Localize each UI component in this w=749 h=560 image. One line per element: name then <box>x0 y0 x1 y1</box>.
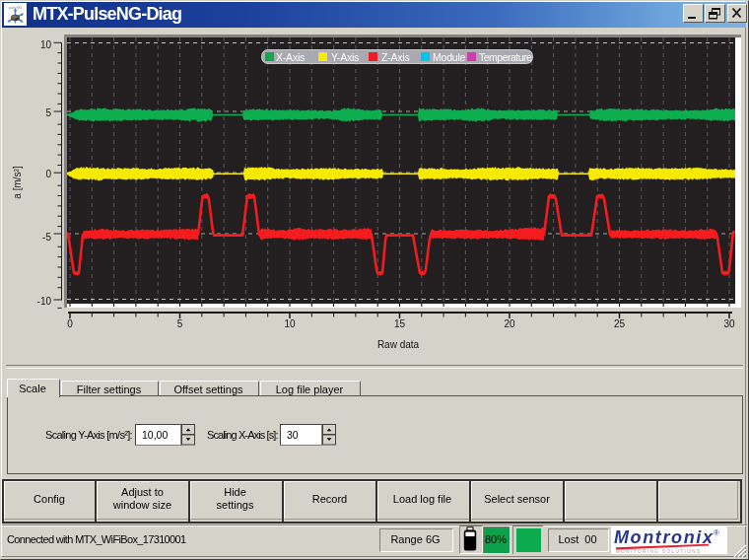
svg-text:0: 0 <box>67 318 73 329</box>
svg-text:30: 30 <box>723 318 735 329</box>
svg-text:®: ® <box>714 528 719 537</box>
svg-text:15: 15 <box>394 318 406 329</box>
svg-text:a [m/s²]: a [m/s²] <box>12 166 23 199</box>
svg-text:MONITORING SOLUTIONS: MONITORING SOLUTIONS <box>616 549 702 554</box>
svg-text:Montronix: Montronix <box>614 527 714 547</box>
svg-text:0: 0 <box>45 169 51 179</box>
svg-text:-5: -5 <box>42 232 51 243</box>
svg-text:20: 20 <box>504 318 515 329</box>
svg-text:5: 5 <box>45 107 51 118</box>
svg-text:25: 25 <box>614 318 626 329</box>
svg-text:5: 5 <box>177 318 183 329</box>
svg-text:Raw data: Raw data <box>377 339 420 350</box>
svg-text:10: 10 <box>284 318 296 329</box>
svg-text:-10: -10 <box>37 296 52 307</box>
svg-text:10: 10 <box>40 39 52 50</box>
